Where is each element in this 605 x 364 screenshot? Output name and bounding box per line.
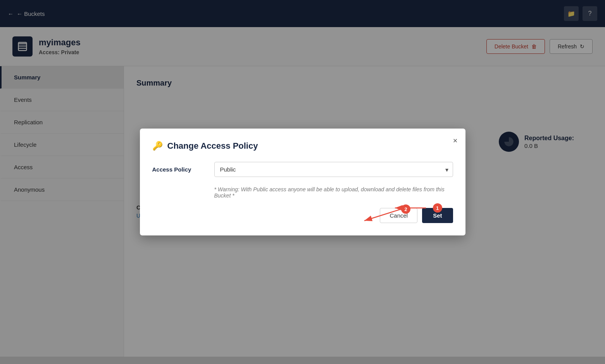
modal-header: 🔑 Change Access Policy bbox=[152, 141, 453, 151]
set-button[interactable]: Set bbox=[422, 208, 453, 223]
cancel-button[interactable]: Cancel bbox=[380, 208, 417, 223]
modal-title: Change Access Policy bbox=[167, 141, 258, 151]
access-policy-row: Access Policy Public Private Custom ▾ bbox=[152, 162, 453, 177]
modal-overlay: 🔑 Change Access Policy × Access Policy P… bbox=[0, 0, 605, 364]
access-policy-select-wrapper: Public Private Custom ▾ bbox=[214, 162, 453, 177]
warning-text: * Warning: With Public access anyone wil… bbox=[214, 186, 453, 199]
modal-close-button[interactable]: × bbox=[453, 136, 458, 145]
change-access-policy-modal: 🔑 Change Access Policy × Access Policy P… bbox=[140, 129, 465, 235]
modal-footer: Cancel Set bbox=[152, 208, 453, 223]
key-icon: 🔑 bbox=[152, 141, 163, 151]
modal-body: Access Policy Public Private Custom ▾ * … bbox=[152, 162, 453, 199]
access-policy-label: Access Policy bbox=[152, 166, 207, 173]
access-policy-select[interactable]: Public Private Custom bbox=[214, 162, 453, 177]
